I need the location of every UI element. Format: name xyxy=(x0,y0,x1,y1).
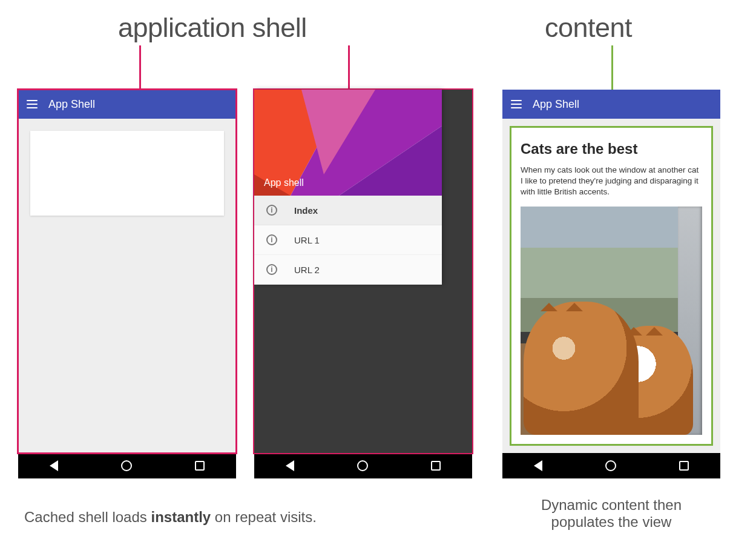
caption-content-line2: populates the view xyxy=(496,514,726,531)
android-nav-bar xyxy=(502,453,720,478)
phone-body: App Shell xyxy=(18,90,236,453)
back-icon[interactable] xyxy=(534,460,542,471)
caption-shell-bold: instantly xyxy=(151,509,211,525)
recents-icon[interactable] xyxy=(679,461,689,471)
caption-content-line1: Dynamic content then xyxy=(496,497,726,514)
back-icon[interactable] xyxy=(50,460,58,471)
connector-line-shell-right xyxy=(348,45,350,91)
article-title: Cats are the best xyxy=(521,141,702,157)
home-icon[interactable] xyxy=(357,460,368,471)
phone-mock-content: App Shell Cats are the best When my cats… xyxy=(502,90,720,478)
home-icon[interactable] xyxy=(121,460,132,471)
app-bar: App Shell xyxy=(18,90,236,119)
phone-body: App Shell Cats are the best When my cats… xyxy=(502,90,720,453)
drawer-header: App shell xyxy=(254,90,442,196)
drawer-item-label: URL 1 xyxy=(294,235,320,245)
drawer-item-url2[interactable]: i URL 2 xyxy=(254,255,442,285)
content-card: Cats are the best When my cats look out … xyxy=(511,127,712,445)
recents-icon[interactable] xyxy=(195,461,205,471)
recents-icon[interactable] xyxy=(431,461,441,471)
info-icon: i xyxy=(266,234,277,245)
heading-application-shell: application shell xyxy=(118,12,307,44)
navigation-drawer: App shell i Index i URL 1 i URL 2 xyxy=(254,90,442,285)
phone-mock-shell-empty: App Shell xyxy=(18,90,236,478)
phone-mock-shell-drawer: App shell i Index i URL 1 i URL 2 xyxy=(254,90,472,478)
article-image-cats xyxy=(521,207,702,435)
android-nav-bar xyxy=(254,453,472,478)
drawer-header-title: App shell xyxy=(264,177,304,188)
caption-shell-pre: Cached shell loads xyxy=(24,509,151,525)
home-icon[interactable] xyxy=(605,460,616,471)
empty-content-card xyxy=(30,131,224,216)
back-icon[interactable] xyxy=(286,460,294,471)
caption-shell: Cached shell loads instantly on repeat v… xyxy=(24,509,472,526)
caption-content: Dynamic content then populates the view xyxy=(496,497,726,531)
info-icon: i xyxy=(266,264,277,275)
info-icon: i xyxy=(266,205,277,216)
android-nav-bar xyxy=(18,453,236,478)
caption-shell-post: on repeat visits. xyxy=(211,509,317,525)
drawer-item-url1[interactable]: i URL 1 xyxy=(254,225,442,255)
drawer-item-label: Index xyxy=(294,205,318,216)
article-body: When my cats look out the window at anot… xyxy=(521,165,702,198)
drawer-item-index[interactable]: i Index xyxy=(254,196,442,225)
connector-line-shell-left xyxy=(139,45,141,91)
hamburger-icon[interactable] xyxy=(511,100,522,108)
app-bar-title: App Shell xyxy=(48,98,95,111)
app-bar-title: App Shell xyxy=(533,98,579,111)
heading-content: content xyxy=(545,12,632,44)
app-bar: App Shell xyxy=(502,90,720,119)
phone-body: App shell i Index i URL 1 i URL 2 xyxy=(254,90,472,453)
hamburger-icon[interactable] xyxy=(27,100,38,108)
drawer-item-label: URL 2 xyxy=(294,265,320,275)
